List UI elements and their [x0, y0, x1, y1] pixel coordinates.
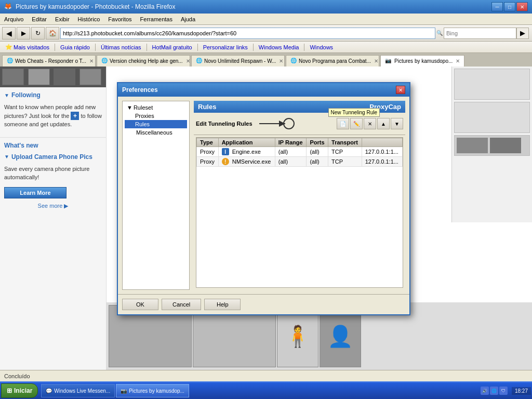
ok-button[interactable]: OK	[122, 299, 158, 310]
browser-window: 🦊 Pictures by kamusdopoder - Photobucket…	[0, 0, 532, 399]
table-row[interactable]: Proxy I Engine.exe (all) (all) TCP	[197, 147, 403, 157]
bookmark-separator-4	[197, 44, 198, 51]
right-panel-item-1	[454, 69, 530, 100]
taskbar-items: 💬 Windows Live Messen... 📷 Pictures by k…	[39, 384, 476, 397]
menu-ferramentas[interactable]: Ferramentas	[138, 15, 175, 23]
cell-type-0: Proxy	[197, 147, 219, 157]
delete-rule-button[interactable]: ✕	[364, 118, 376, 129]
cell-extra-0: 127.0.0.1:1...	[362, 147, 402, 157]
sidebar-images	[0, 66, 106, 87]
tab-0[interactable]: 🌐 Web Cheats - Responder o T... ✕	[2, 55, 96, 66]
menu-ajuda[interactable]: Ajuda	[179, 15, 197, 23]
sidebar-whats-new-section: What's new ▼ Upload Camera Phone Pics Sa…	[0, 137, 106, 214]
taskbar-item-1[interactable]: 📷 Pictures by kamusdop...	[116, 384, 189, 397]
close-button[interactable]: ✕	[516, 2, 528, 11]
move-down-button[interactable]: ▼	[391, 118, 403, 129]
upload-camera-title: ▼ Upload Camera Phone Pics	[4, 153, 102, 161]
search-input[interactable]	[444, 28, 516, 39]
status-bar: Concluído	[0, 370, 532, 381]
bookmarks-bar: ⭐ Mais visitados Guia rápido Últimas not…	[0, 42, 532, 53]
bookmark-separator	[55, 44, 55, 51]
tab-close-1[interactable]: ✕	[186, 58, 190, 64]
search-button[interactable]: ▶	[516, 28, 529, 39]
dialog-close-button[interactable]: ✕	[396, 86, 405, 94]
forward-button[interactable]: ▶	[17, 27, 30, 39]
rules-table: Type Application IP Range Ports Transpor…	[196, 137, 403, 288]
nm-icon: !	[222, 158, 229, 165]
sidebar-thumb-2	[28, 69, 50, 85]
sidebar-following-section: ▼ Following Want to know when people add…	[0, 87, 106, 137]
status-text: Concluído	[4, 373, 30, 379]
bookmark-personalizar[interactable]: Personalizar links	[201, 44, 250, 51]
bookmark-hotmail[interactable]: HotMail gratuito	[150, 44, 194, 51]
bookmark-guia[interactable]: Guia rápido	[58, 44, 92, 51]
windows-icon: ⊞	[7, 387, 12, 394]
main-content: 🧍 👤 P	[107, 66, 532, 370]
col-application: Application	[218, 138, 275, 147]
menu-exibir[interactable]: Exibir	[53, 15, 72, 23]
toolbar: ◀ ▶ ↻ 🏠 🔍 ▶	[0, 25, 532, 42]
minimize-button[interactable]: ─	[491, 2, 503, 11]
tab-close-4[interactable]: ✕	[456, 58, 460, 64]
taskbar-tray: 🔊 🌐 🛡	[477, 387, 511, 395]
tree-rules[interactable]: Rules	[125, 120, 187, 128]
tab-close-2[interactable]: ✕	[279, 58, 283, 64]
home-button[interactable]: 🏠	[46, 27, 59, 39]
learn-more-button[interactable]: Learn More	[4, 187, 66, 198]
sidebar-thumb-4	[79, 69, 101, 85]
new-rule-button[interactable]: 📄 New Tunneling Rule	[337, 118, 349, 129]
tray-icon-3: 🛡	[499, 387, 508, 395]
move-up-button[interactable]: ▲	[377, 118, 390, 129]
table-row[interactable]: Proxy ! NMService.exe (all) (all) TCP	[197, 157, 403, 167]
edit-rule-button[interactable]: ✏️	[350, 118, 363, 129]
following-title: ▼ Following	[4, 91, 102, 99]
sidebar-thumb-3	[54, 69, 75, 85]
tab-icon-2: 🌐	[196, 58, 202, 65]
tab-3[interactable]: 🌐 Novo Programa para Combat... ✕	[286, 55, 379, 66]
new-tunneling-tooltip: New Tunneling Rule	[328, 108, 380, 117]
taskbar-item-0[interactable]: 💬 Windows Live Messen...	[41, 384, 115, 397]
tab-close-0[interactable]: ✕	[89, 58, 94, 64]
left-sidebar: ▼ Following Want to know when people add…	[0, 66, 107, 370]
tab-icon-4: 📷	[385, 58, 392, 65]
tab-close-3[interactable]: ✕	[374, 58, 378, 64]
refresh-button[interactable]: ↻	[31, 27, 45, 39]
menu-arquivo[interactable]: Arquivo	[2, 15, 25, 23]
tree-miscellaneous[interactable]: Miscellaneous	[125, 128, 187, 137]
col-extra	[362, 138, 402, 147]
menu-editar[interactable]: Editar	[30, 15, 49, 23]
tunneling-rules-table: Type Application IP Range Ports Transpor…	[196, 138, 403, 167]
edit-tunneling-label: Edit Tunneling Rules	[196, 121, 252, 127]
following-text: Want to know when people add new picture…	[4, 103, 102, 129]
whats-new-title: What's new	[4, 142, 102, 149]
star-icon: ⭐	[5, 44, 12, 50]
bookmark-mais-visitados[interactable]: ⭐ Mais visitados	[3, 43, 51, 51]
start-button[interactable]: ⊞ Iniciar	[1, 383, 38, 398]
address-input[interactable]	[60, 28, 435, 39]
bookmark-noticias[interactable]: Últimas notícias	[99, 44, 143, 51]
title-buttons: ─ □ ✕	[491, 2, 528, 11]
help-button[interactable]: Help	[204, 299, 241, 310]
right-panel-item-2	[454, 102, 530, 133]
cell-extra-1: 127.0.0.1:1...	[362, 157, 402, 167]
engine-icon: I	[222, 148, 229, 155]
see-more-link[interactable]: See more ▶	[4, 203, 102, 209]
cell-type-1: Proxy	[197, 157, 219, 167]
bookmark-windows[interactable]: Windows	[308, 44, 335, 51]
bookmark-separator-3	[147, 44, 147, 51]
back-button[interactable]: ◀	[2, 27, 16, 39]
tree-proxies[interactable]: Proxies	[125, 112, 187, 120]
right-panel-thumb-2	[490, 138, 521, 153]
tab-1[interactable]: 🌐 Version cheking Help ake gen... ✕	[97, 55, 190, 66]
search-bar: 🔍 ▶	[436, 28, 530, 39]
maximize-button[interactable]: □	[504, 2, 515, 11]
tab-2[interactable]: 🌐 Novo Unlimited Respawn - W... ✕	[191, 55, 285, 66]
menu-favoritos[interactable]: Favoritos	[106, 15, 134, 23]
bookmark-windows-media[interactable]: Windows Media	[257, 44, 301, 51]
taskbar-icon-0: 💬	[46, 388, 52, 394]
cancel-button[interactable]: Cancel	[162, 299, 201, 310]
menu-historico[interactable]: Histórico	[76, 15, 102, 23]
tree-ruleset[interactable]: ▼ Ruleset	[125, 103, 187, 112]
dialog-title-bar: Preferences ✕	[118, 83, 409, 97]
tab-4[interactable]: 📷 Pictures by kamusdopo... ✕	[380, 55, 464, 66]
